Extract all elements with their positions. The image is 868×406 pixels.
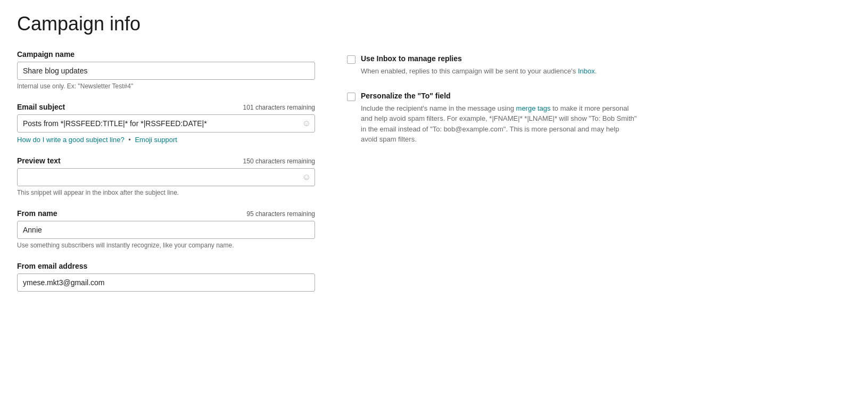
email-subject-links: How do I write a good subject line? • Em…: [17, 136, 315, 144]
preview-text-header: Preview text 150 characters remaining: [17, 156, 315, 165]
use-inbox-checkbox[interactable]: [347, 55, 356, 64]
use-inbox-title: Use Inbox to manage replies: [361, 54, 597, 63]
from-name-header: From name 95 characters remaining: [17, 209, 315, 218]
right-column: Use Inbox to manage replies When enabled…: [347, 50, 851, 160]
email-subject-group: Email subject 101 characters remaining ☺…: [17, 103, 315, 144]
subject-line-help-link[interactable]: How do I write a good subject line?: [17, 136, 125, 144]
use-inbox-option: Use Inbox to manage replies When enabled…: [347, 54, 851, 77]
use-inbox-content: Use Inbox to manage replies When enabled…: [361, 54, 597, 77]
personalize-to-title: Personalize the "To" field: [361, 92, 638, 100]
email-subject-label: Email subject: [17, 103, 65, 111]
from-email-label: From email address: [17, 262, 87, 270]
from-email-group: From email address: [17, 262, 315, 292]
campaign-name-group: Campaign name Internal use only. Ex: "Ne…: [17, 50, 315, 90]
preview-text-input[interactable]: [17, 168, 315, 186]
campaign-name-input[interactable]: [17, 62, 315, 80]
email-subject-header: Email subject 101 characters remaining: [17, 103, 315, 111]
personalize-to-desc1: Include the recipient's name in the mess…: [361, 104, 516, 112]
email-subject-emoji-button[interactable]: ☺: [302, 119, 311, 128]
use-inbox-desc-before: When enabled, replies to this campaign w…: [361, 67, 578, 75]
campaign-name-label: Campaign name: [17, 50, 75, 59]
emoji-support-link[interactable]: Emoji support: [135, 136, 177, 144]
personalize-to-option: Personalize the "To" field Include the r…: [347, 92, 851, 145]
links-separator: •: [128, 136, 131, 144]
preview-text-input-wrapper: ☺: [17, 168, 315, 186]
from-name-hint: Use something subscribers will instantly…: [17, 242, 315, 249]
email-subject-input[interactable]: [17, 114, 315, 132]
preview-text-emoji-button[interactable]: ☺: [302, 173, 311, 181]
use-inbox-desc-after: .: [595, 67, 597, 75]
merge-tags-link[interactable]: merge tags: [516, 104, 551, 112]
preview-text-label: Preview text: [17, 156, 61, 165]
from-email-header: From email address: [17, 262, 315, 270]
page-title: Campaign info: [17, 13, 851, 35]
preview-text-char-count: 150 characters remaining: [243, 158, 315, 165]
preview-text-hint: This snippet will appear in the inbox af…: [17, 189, 315, 196]
personalize-to-checkbox[interactable]: [347, 93, 356, 101]
inbox-link[interactable]: Inbox: [578, 67, 595, 75]
personalize-to-description: Include the recipient's name in the mess…: [361, 103, 638, 145]
from-name-char-count: 95 characters remaining: [246, 210, 315, 218]
campaign-name-header: Campaign name: [17, 50, 315, 59]
from-name-label: From name: [17, 209, 57, 218]
from-email-input[interactable]: [17, 274, 315, 292]
campaign-name-hint: Internal use only. Ex: "Newsletter Test#…: [17, 82, 315, 90]
from-name-group: From name 95 characters remaining Use so…: [17, 209, 315, 249]
from-name-input[interactable]: [17, 221, 315, 239]
email-subject-char-count: 101 characters remaining: [243, 104, 315, 111]
email-subject-input-wrapper: ☺: [17, 114, 315, 132]
left-column: Campaign name Internal use only. Ex: "Ne…: [17, 50, 315, 304]
preview-text-group: Preview text 150 characters remaining ☺ …: [17, 156, 315, 196]
personalize-to-content: Personalize the "To" field Include the r…: [361, 92, 638, 145]
use-inbox-description: When enabled, replies to this campaign w…: [361, 66, 597, 77]
